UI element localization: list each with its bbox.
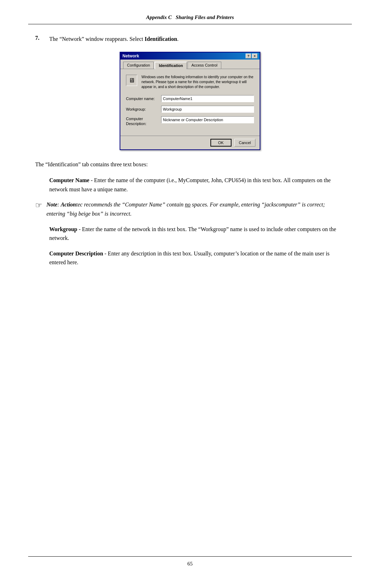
note-row: ☞ Note: Actiontec recommends the “Comput… bbox=[35, 200, 345, 218]
computer-name-bold: Computer Name bbox=[49, 177, 89, 183]
page-content: 7. The “Network” window reappears. Selec… bbox=[28, 35, 352, 542]
note-brand: : Actiontec recommends the “Computer Nam… bbox=[46, 202, 325, 217]
chapter-title: Sharing Files and Printers bbox=[176, 14, 234, 20]
computer-description-bold: Computer Description bbox=[49, 250, 103, 256]
workgroup-paragraph: Workgroup - Enter the name of the networ… bbox=[49, 225, 345, 243]
ok-button[interactable]: OK bbox=[210, 139, 232, 147]
page-header: Appendix C Sharing Files and Printers bbox=[28, 14, 352, 24]
workgroup-input[interactable] bbox=[161, 106, 254, 113]
cancel-button[interactable]: Cancel bbox=[234, 139, 255, 147]
dialog-screenshot: Network ? × Configuration Identification… bbox=[35, 52, 345, 150]
computer-name-input[interactable] bbox=[161, 95, 254, 102]
tab-access-control[interactable]: Access Control bbox=[188, 62, 221, 69]
note-text: Note: Actiontec recommends the “Computer… bbox=[46, 200, 345, 218]
dialog-tabs: Configuration Identification Access Cont… bbox=[120, 60, 260, 69]
workgroup-bold: Workgroup bbox=[49, 226, 77, 232]
network-dialog: Network ? × Configuration Identification… bbox=[120, 52, 260, 150]
info-text: Windows uses the following information t… bbox=[141, 75, 254, 89]
step-text-after: . bbox=[177, 36, 178, 42]
info-row: 🖥 Windows uses the following information… bbox=[126, 75, 254, 89]
computer-icon: 🖥 bbox=[126, 75, 137, 86]
description-label: ComputerDescription: bbox=[126, 116, 161, 126]
dialog-title: Network bbox=[122, 54, 139, 58]
computer-name-label: Computer name: bbox=[126, 97, 161, 101]
tab-identification[interactable]: Identification bbox=[154, 62, 186, 69]
titlebar-buttons: ? × bbox=[246, 54, 258, 58]
dialog-footer: OK Cancel bbox=[120, 136, 260, 149]
step-text-before: The “Network” window reappears. Select bbox=[49, 36, 145, 42]
description-row: ComputerDescription: bbox=[126, 116, 254, 126]
note-icon: ☞ bbox=[35, 201, 42, 210]
note-label: Note bbox=[46, 202, 57, 208]
dialog-titlebar: Network ? × bbox=[120, 52, 260, 60]
help-button[interactable]: ? bbox=[246, 54, 251, 58]
header-text: Appendix C Sharing Files and Printers bbox=[146, 14, 234, 20]
description-input[interactable] bbox=[161, 116, 254, 123]
identification-intro: The “Identification” tab contains three … bbox=[35, 160, 345, 169]
appendix-label: Appendix C bbox=[146, 14, 172, 20]
step-7: 7. The “Network” window reappears. Selec… bbox=[35, 35, 345, 43]
computer-name-paragraph: Computer Name - Enter the name of the co… bbox=[49, 176, 345, 194]
workgroup-label: Workgroup: bbox=[126, 107, 161, 111]
tab-configuration[interactable]: Configuration bbox=[123, 62, 154, 69]
computer-name-row: Computer name: bbox=[126, 95, 254, 102]
step-number: 7. bbox=[35, 35, 44, 43]
close-button[interactable]: × bbox=[252, 54, 258, 58]
computer-description-paragraph: Computer Description - Enter any descrip… bbox=[49, 249, 345, 267]
step-bold: Identification bbox=[145, 36, 177, 42]
step-text: The “Network” window reappears. Select I… bbox=[49, 35, 178, 43]
workgroup-text: - Enter the name of the network in this … bbox=[49, 226, 336, 241]
page-number: 65 bbox=[188, 561, 193, 567]
page-footer: 65 bbox=[28, 556, 352, 567]
computer-name-text: - Enter the name of the computer (i.e., … bbox=[49, 177, 331, 192]
dialog-body: 🖥 Windows uses the following information… bbox=[120, 69, 260, 136]
workgroup-row: Workgroup: bbox=[126, 106, 254, 113]
